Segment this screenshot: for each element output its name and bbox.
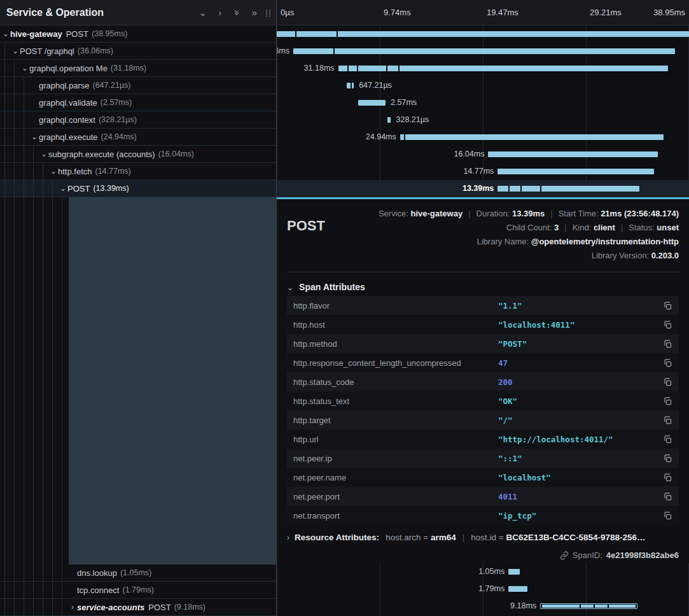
attribute-row: net.peer.name "localhost" <box>287 468 679 487</box>
child-marker <box>347 66 349 71</box>
expand-toggle-icon[interactable]: ⌄ <box>1 29 10 38</box>
timeline-row[interactable]: 14.77ms <box>277 163 689 180</box>
timeline-row[interactable]: 328.21µs <box>277 111 689 129</box>
indent-guides <box>0 129 29 145</box>
span-bar[interactable] <box>293 48 675 54</box>
span-tree-row[interactable]: graphql.context (328.21µs) <box>0 111 276 129</box>
span-tree-row[interactable]: ⌄ graphql.operation Me (31.18ms) <box>0 60 276 77</box>
span-bar[interactable] <box>358 100 386 106</box>
expand-toggle-icon[interactable]: ⌄ <box>39 150 48 158</box>
chevron-right-icon[interactable]: › <box>211 5 228 20</box>
span-tree-row[interactable]: graphql.validate (2.57ms) <box>0 94 276 111</box>
timeline-row[interactable]: 36.06ms <box>277 43 689 60</box>
resize-handle[interactable]: || <box>265 8 272 17</box>
copy-icon[interactable] <box>663 377 672 387</box>
span-duration: (31.18ms) <box>111 64 146 73</box>
span-bar[interactable] <box>347 83 354 88</box>
span-bar[interactable] <box>400 134 664 140</box>
operation-name: graphql.validate <box>39 98 97 108</box>
expand-toggle-icon[interactable]: ⌄ <box>59 184 67 193</box>
timeline-row[interactable]: 13.39ms <box>277 180 689 197</box>
span-bar[interactable] <box>498 186 639 192</box>
detail-spacer-fill <box>69 197 276 564</box>
timeline-row[interactable]: 31.18ms <box>277 60 689 77</box>
copy-icon[interactable] <box>663 301 672 311</box>
meta-value: @opentelemetry/instrumentation-http <box>531 237 679 246</box>
indent-guides <box>0 77 29 94</box>
expand-toggle-icon[interactable]: › <box>68 603 77 612</box>
span-duration: (9.18ms) <box>174 603 205 612</box>
child-marker <box>580 605 581 608</box>
span-bar[interactable] <box>338 66 668 71</box>
meta-divider: | <box>550 209 552 218</box>
copy-icon[interactable] <box>663 396 672 406</box>
span-duration: (1.05ms) <box>120 568 151 577</box>
span-id: SpanID: 4e21998f3b82abe6 <box>560 550 679 560</box>
chevron-right-icon: › <box>287 533 289 542</box>
span-attributes-title: Span Attributes <box>299 282 365 292</box>
copy-icon[interactable] <box>663 511 672 521</box>
span-bar[interactable] <box>387 117 391 123</box>
attribute-key: net.peer.ip <box>293 454 498 463</box>
span-tree-row[interactable]: ⌄ http.fetch (14.77ms) <box>0 163 276 180</box>
timeline-row[interactable]: 647.21µs <box>277 77 689 94</box>
collapse-all-icon[interactable]: » <box>246 5 263 20</box>
copy-icon[interactable] <box>663 492 672 501</box>
copy-icon[interactable] <box>663 435 672 444</box>
timeline-row[interactable]: 24.94ms <box>277 129 689 146</box>
copy-icon[interactable] <box>663 320 672 330</box>
expand-toggle-icon[interactable]: ⌄ <box>49 167 58 176</box>
span-tree-row[interactable]: graphql.parse (647.21µs) <box>0 77 276 94</box>
copy-icon[interactable] <box>663 473 672 482</box>
span-bar[interactable] <box>508 569 519 575</box>
attribute-value: 200 <box>498 377 663 387</box>
copy-icon[interactable] <box>663 358 672 368</box>
span-tree-row[interactable]: tcp.connect (1.79ms) <box>0 582 276 599</box>
span-meta-line: Library Version: 0.203.0 <box>379 249 679 263</box>
expand-toggle-icon[interactable]: ⌄ <box>30 132 39 141</box>
span-duration-label: 36.06ms <box>277 46 289 55</box>
timeline-row[interactable]: 1.05ms <box>277 563 689 580</box>
span-tree-row[interactable]: ⌄ POST (13.39ms) <box>0 180 276 197</box>
link-icon <box>560 551 569 560</box>
timeline-row[interactable]: 2.57ms <box>277 94 689 111</box>
copy-icon[interactable] <box>663 416 672 425</box>
attribute-row: net.peer.port 4011 <box>287 487 679 506</box>
resource-attributes-summary: host.arch = arm64|host.id = BC62E13B-C4C… <box>386 533 646 542</box>
attribute-value: 47 <box>498 358 663 368</box>
chevron-down-icon[interactable]: ⌄ <box>194 5 211 20</box>
timeline-row[interactable]: 9.18ms <box>277 598 689 615</box>
span-title: POST <box>287 218 325 234</box>
span-duration: (1.79ms) <box>123 585 154 594</box>
span-bar[interactable] <box>498 169 654 174</box>
child-marker <box>351 83 352 88</box>
span-tree-row[interactable]: ⌄ subgraph.execute (accounts) (16.04ms) <box>0 146 276 163</box>
timeline-row[interactable]: 16.04ms <box>277 146 689 163</box>
span-attributes-header[interactable]: ⌄Span Attributes <box>287 282 365 292</box>
span-tree-row[interactable]: ⌄ POST /graphql (36.06ms) <box>0 43 276 60</box>
expand-toggle-icon[interactable]: ⌄ <box>20 64 29 73</box>
span-tree-row[interactable]: ⌄ hive-gateway POST (38.95ms) <box>0 25 276 43</box>
copy-icon[interactable] <box>663 454 672 463</box>
timeline-row[interactable] <box>277 25 689 43</box>
span-tree-row[interactable]: ⌄ graphql.execute (24.94ms) <box>0 129 276 146</box>
timeline-row[interactable]: 1.79ms <box>277 580 689 598</box>
span-tree-row[interactable]: dns.lookup (1.05ms) <box>0 564 276 582</box>
span-bar[interactable] <box>508 586 527 592</box>
span-duration-label: 647.21µs <box>359 81 392 90</box>
meta-label: Child Count: <box>506 223 554 232</box>
span-meta: Service: hive-gateway|Duration: 13.39ms|… <box>379 207 679 263</box>
span-tree-row[interactable]: › service-accounts POST (9.18ms) <box>0 599 276 616</box>
span-bar[interactable] <box>277 31 689 37</box>
expand-all-icon[interactable]: » <box>230 4 245 21</box>
span-tree-bottom: dns.lookup (1.05ms) tcp.connect (1.79ms)… <box>0 564 276 616</box>
span-bar[interactable] <box>540 603 637 609</box>
indent-guides <box>0 94 29 111</box>
meta-label: Status: <box>629 223 657 232</box>
resource-attributes-header[interactable]: ›Resource Attributes:host.arch = arm64|h… <box>287 533 646 542</box>
meta-value: 21ms (23:56:48.174) <box>601 209 679 218</box>
expand-toggle-icon[interactable]: ⌄ <box>11 46 20 55</box>
service-name: hive-gateway <box>10 29 62 39</box>
copy-icon[interactable] <box>663 339 672 349</box>
span-bar[interactable] <box>488 151 658 157</box>
